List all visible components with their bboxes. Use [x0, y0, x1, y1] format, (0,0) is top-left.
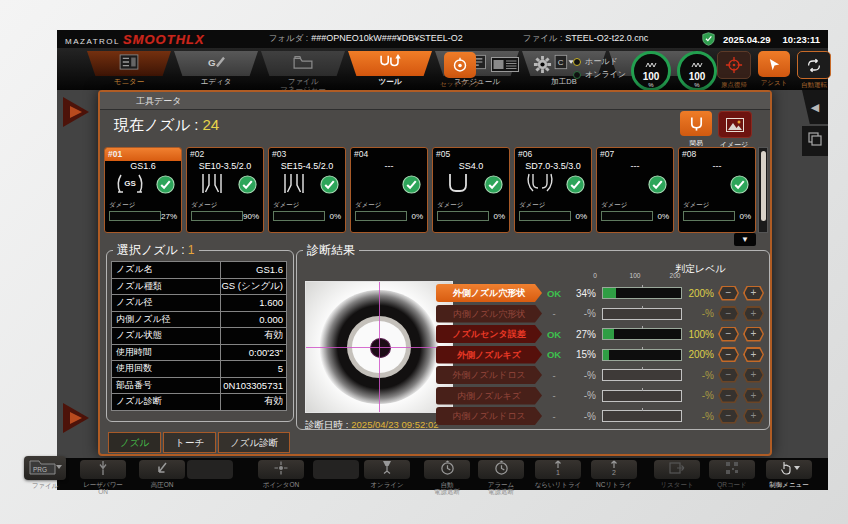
status-ok-icon — [402, 175, 421, 198]
level-plus-button[interactable]: + — [743, 286, 764, 301]
dialog-tab[interactable]: ノズル — [108, 432, 161, 453]
softkey[interactable] — [183, 460, 237, 481]
level-minus-button[interactable]: − — [718, 327, 739, 342]
left-arrow-icon[interactable] — [62, 402, 90, 438]
level-plus-button[interactable]: + — [743, 368, 764, 383]
damage-bar — [191, 211, 243, 221]
program-folder-icon: PRG — [28, 456, 62, 480]
nav-action-button[interactable]: アシスト — [757, 51, 791, 90]
softkey-label: リスタート — [650, 481, 704, 488]
nozzle-card[interactable]: #03 SE15-4.5/2.0 ダメージ 0% — [268, 147, 346, 233]
level-minus-button[interactable]: − — [718, 368, 739, 383]
level-plus-button[interactable]: + — [743, 327, 764, 342]
system-date: 2025.04.29 — [723, 34, 771, 45]
nav-tab[interactable]: G エディタ — [174, 51, 258, 94]
diagnosis-item-button[interactable]: 内側ノズルドロス — [436, 407, 542, 425]
judgment-level-value: 100% — [682, 329, 714, 340]
softkey[interactable]: レーザパワー ON — [76, 460, 130, 495]
power-gauge[interactable]: 100 % — [677, 51, 717, 91]
softkey[interactable] — [309, 460, 363, 481]
file-softkey[interactable]: PRG ファイル — [22, 456, 68, 489]
nozzle-card[interactable]: #05 SS4.0 ダメージ 0% — [432, 147, 510, 233]
softkey[interactable]: 1 ならいリトライ — [531, 460, 585, 488]
damage-bar — [683, 211, 735, 221]
nav-tab[interactable]: モニター — [87, 51, 171, 94]
property-value: 1.600 — [221, 295, 287, 312]
level-minus-button[interactable]: − — [718, 388, 739, 403]
nozzle-card[interactable]: #01 GS1.6 GS ダメージ 27% — [104, 147, 182, 233]
damage-percent: 0% — [489, 212, 505, 221]
diagnosis-item-button[interactable]: 内側ノズルキズ — [436, 387, 542, 405]
softkey[interactable]: オンライン — [360, 460, 414, 488]
power-gauge[interactable]: 100 % — [631, 51, 671, 91]
diagnosis-row: 内側ノズルキズ - -% -% − + — [297, 387, 769, 405]
softkey[interactable]: アラーム 電源遮断 — [474, 460, 528, 495]
nozzle-id: #03 — [269, 148, 345, 161]
damage-bar — [273, 211, 325, 221]
level-plus-button[interactable]: + — [743, 409, 764, 424]
nozzle-id: #08 — [679, 148, 755, 161]
softkey[interactable]: QRコード — [705, 460, 759, 488]
softkey-icon — [725, 461, 739, 479]
nav-action-button[interactable]: 原点復帰 — [717, 51, 751, 90]
nozzle-card[interactable]: #02 SE10-3.5/2.0 ダメージ 90% — [186, 147, 264, 233]
softkey[interactable]: 制御メニュー — [762, 460, 816, 488]
softkey[interactable]: 高圧ON — [135, 460, 189, 488]
setup-button[interactable]: セットアップ — [440, 52, 480, 89]
collapse-panel-button[interactable]: ◀ — [802, 90, 828, 124]
dialog-tab[interactable]: トーチ — [163, 432, 216, 453]
diagnosis-item-button[interactable]: 外側ノズルキズ — [436, 346, 542, 364]
damage-bar — [355, 211, 407, 221]
nav-tab-icon — [292, 54, 314, 74]
softkey[interactable]: ポインタON — [254, 460, 308, 488]
nozzle-card[interactable]: #07 --- ダメージ 0% — [596, 147, 674, 233]
damage-percent: 0% — [735, 212, 751, 221]
damage-bar — [109, 211, 161, 221]
cards-scrollbar[interactable] — [758, 147, 768, 233]
level-minus-button[interactable]: − — [718, 306, 739, 321]
level-minus-button[interactable]: − — [718, 286, 739, 301]
window-copy-button[interactable] — [802, 126, 828, 156]
nav-action-button[interactable]: 自動運転 — [797, 51, 831, 90]
diagnosis-bar — [602, 349, 682, 361]
diagnosis-status: - — [542, 370, 566, 381]
nav-tab-icon: C — [553, 54, 575, 74]
diagnosis-item-button[interactable]: 内側ノズル穴形状 — [436, 305, 542, 323]
diagnosis-item-button[interactable]: ノズルセンタ誤差 — [436, 325, 542, 343]
nav-tab[interactable]: ツール — [348, 51, 432, 94]
level-plus-button[interactable]: + — [743, 347, 764, 362]
keyboard-button[interactable] — [491, 57, 519, 76]
nozzle-id: #02 — [187, 148, 263, 161]
nav-tab-icon — [119, 54, 139, 74]
softkey[interactable]: 自動 電源遮断 — [420, 460, 474, 495]
settings-button[interactable] — [533, 55, 552, 78]
damage-bar — [601, 211, 653, 221]
view-mode-button[interactable]: 簡易 — [680, 111, 712, 150]
dialog-tab[interactable]: ノズル診断 — [218, 432, 290, 453]
diagnosis-item-button[interactable]: 外側ノズルドロス — [436, 366, 542, 384]
svg-text:G: G — [208, 56, 216, 67]
level-plus-button[interactable]: + — [743, 306, 764, 321]
judgment-level-value: -% — [682, 390, 714, 401]
level-plus-button[interactable]: + — [743, 388, 764, 403]
diagnosis-item-button[interactable]: 外側ノズル穴形状 — [436, 284, 542, 302]
svg-text:PRG: PRG — [33, 466, 47, 473]
view-mode-button[interactable]: イメージ — [718, 111, 750, 150]
judgment-level-value: -% — [682, 370, 714, 381]
softkey[interactable]: 2 NCリトライ — [587, 460, 641, 488]
property-label: 使用時間 — [112, 344, 221, 361]
table-row: ノズル径 1.600 — [112, 295, 287, 312]
nozzle-card[interactable]: #04 --- ダメージ 0% — [350, 147, 428, 233]
softkey[interactable]: リスタート — [650, 460, 704, 488]
softkey-icon: 1 — [551, 459, 565, 480]
nav-tab[interactable]: ファイル マネージャー — [261, 51, 345, 94]
level-minus-button[interactable]: − — [718, 347, 739, 362]
diagnosis-title: 診断結果 — [303, 242, 359, 259]
softkey-icon — [669, 461, 685, 479]
scrollbar-thumb[interactable] — [761, 151, 766, 221]
nozzle-card[interactable]: #08 --- ダメージ 0% — [678, 147, 756, 233]
nozzle-card[interactable]: #06 SD7.0-3.5/3.0 ダメージ 0% — [514, 147, 592, 233]
level-minus-button[interactable]: − — [718, 409, 739, 424]
property-label: ノズル種類 — [112, 278, 221, 295]
left-arrow-icon[interactable] — [62, 96, 90, 132]
